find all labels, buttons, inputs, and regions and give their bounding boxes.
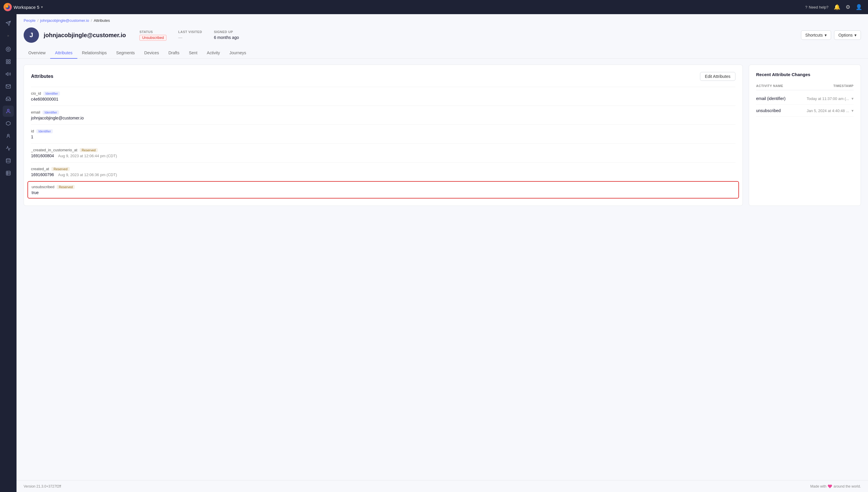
attr-value-id: 1 bbox=[31, 134, 735, 139]
tab-devices[interactable]: Devices bbox=[140, 48, 164, 59]
change-row-email: email (identifier) Today at 11:37:00 am … bbox=[756, 93, 853, 105]
breadcrumb-email[interactable]: johnjacobjingle@customer.io bbox=[40, 18, 89, 23]
attr-row-cio-id: cio_id Identifier c4e608000001 bbox=[31, 87, 735, 105]
notifications-icon[interactable]: 🔔 bbox=[834, 4, 840, 10]
attr-name-id: id bbox=[31, 129, 34, 133]
tab-overview[interactable]: Overview bbox=[24, 48, 50, 59]
svg-marker-7 bbox=[6, 73, 8, 76]
col-timestamp: TIMESTAMP bbox=[834, 84, 853, 88]
attr-badge-created-in-cio: Reserved bbox=[80, 148, 98, 152]
profile-email: johnjacobjingle@customer.io bbox=[44, 32, 126, 39]
attr-name-email: email bbox=[31, 110, 40, 115]
svg-point-1 bbox=[6, 47, 10, 52]
tab-sent[interactable]: Sent bbox=[184, 48, 202, 59]
last-visited-label: LAST VISITED bbox=[178, 30, 202, 34]
workspace-name: Workspace 5 bbox=[14, 5, 39, 10]
sidebar-item-activity[interactable] bbox=[3, 143, 14, 154]
footer-version: Version 21.3.0+3727f2ff bbox=[24, 484, 61, 489]
svg-rect-5 bbox=[6, 62, 8, 64]
tab-segments[interactable]: Segments bbox=[112, 48, 140, 59]
sidebar-item-send[interactable] bbox=[3, 18, 14, 29]
sidebar-item-objects[interactable] bbox=[3, 118, 14, 129]
tab-journeys[interactable]: Journeys bbox=[225, 48, 251, 59]
attr-name-created-in-cio: _created_in_customerio_at bbox=[31, 148, 77, 152]
signed-up-label: SIGNED UP bbox=[214, 30, 239, 34]
change-name-unsubscribed: unsubscribed bbox=[756, 108, 781, 113]
recent-changes-panel: Recent Attribute Changes ACTIVITY NAME T… bbox=[749, 65, 861, 206]
app-logo bbox=[3, 3, 12, 11]
sidebar-item-tables[interactable] bbox=[3, 168, 14, 179]
attr-name-created-at: created_at bbox=[31, 167, 49, 171]
attr-value-secondary-created-in-cio: Aug 9, 2023 at 12:06:44 pm (CDT) bbox=[58, 154, 117, 158]
topbar: Workspace 5 ▾ ? Need help? 🔔 ⚙ 👤 bbox=[0, 0, 868, 14]
status-badge: Unsubscribed bbox=[139, 35, 166, 41]
signed-up-value: 6 months ago bbox=[214, 35, 239, 40]
attributes-panel: Attributes Edit Attributes cio_id Identi… bbox=[24, 65, 743, 206]
sidebar-item-analytics[interactable] bbox=[3, 56, 14, 67]
change-expand-email-icon[interactable]: ▾ bbox=[851, 96, 853, 101]
change-time-unsubscribed: Jan 5, 2024 at 4:40:48 ... bbox=[806, 108, 849, 113]
sidebar-item-data[interactable] bbox=[3, 155, 14, 166]
options-caret-icon: ▾ bbox=[854, 33, 857, 38]
svg-point-8 bbox=[7, 109, 9, 111]
col-activity-name: ACTIVITY NAME bbox=[756, 84, 783, 88]
footer: Version 21.3.0+3727f2ff Made with around… bbox=[17, 480, 868, 492]
breadcrumb-sep-2: / bbox=[91, 18, 92, 23]
svg-point-0 bbox=[6, 5, 10, 9]
attr-badge-unsubscribed: Reserved bbox=[57, 185, 75, 189]
attr-value-secondary-created-at: Aug 9, 2023 at 12:06:36 pm (CDT) bbox=[58, 173, 117, 177]
user-account-icon[interactable]: 👤 bbox=[855, 4, 862, 10]
sidebar-item-people[interactable] bbox=[3, 105, 14, 117]
shortcuts-button[interactable]: Shortcuts ▾ bbox=[801, 30, 831, 40]
attr-name-unsubscribed: unsubscribed bbox=[31, 184, 54, 189]
svg-point-2 bbox=[7, 48, 9, 50]
avatar: J bbox=[24, 27, 39, 43]
svg-point-9 bbox=[7, 134, 9, 136]
options-button[interactable]: Options ▾ bbox=[834, 30, 861, 40]
tabs-bar: Overview Attributes Relationships Segmen… bbox=[17, 48, 868, 59]
status-label: STATUS bbox=[139, 30, 166, 34]
tab-relationships[interactable]: Relationships bbox=[77, 48, 112, 59]
tab-attributes[interactable]: Attributes bbox=[50, 48, 77, 59]
edit-attributes-button[interactable]: Edit Attributes bbox=[700, 72, 735, 81]
last-visited-meta: LAST VISITED — bbox=[178, 30, 202, 40]
sidebar-item-messages[interactable] bbox=[3, 81, 14, 92]
attr-row-id: id Identifier 1 bbox=[31, 124, 735, 143]
attr-value-created-at: 1691600796 Aug 9, 2023 at 12:06:36 pm (C… bbox=[31, 172, 735, 177]
attr-badge-id: Identifier bbox=[36, 129, 53, 133]
change-row-unsubscribed: unsubscribed Jan 5, 2024 at 4:40:48 ... … bbox=[756, 105, 853, 117]
attr-value-unsubscribed: true bbox=[31, 190, 735, 195]
attr-badge-created-at: Reserved bbox=[51, 167, 69, 171]
shortcuts-label: Shortcuts bbox=[805, 33, 823, 38]
recent-changes-title: Recent Attribute Changes bbox=[756, 72, 853, 77]
tab-drafts[interactable]: Drafts bbox=[164, 48, 184, 59]
attr-value-email: johnjacobjingle@customer.io bbox=[31, 116, 735, 120]
help-button[interactable]: ? Need help? bbox=[805, 5, 828, 9]
change-expand-unsubscribed-icon[interactable]: ▾ bbox=[851, 108, 853, 113]
attr-row-created-at: created_at Reserved 1691600796 Aug 9, 20… bbox=[31, 162, 735, 181]
settings-icon[interactable]: ⚙ bbox=[846, 4, 850, 10]
breadcrumb: People / johnjacobjingle@customer.io / A… bbox=[17, 14, 868, 23]
sidebar-item-campaigns[interactable] bbox=[3, 44, 14, 55]
tab-activity[interactable]: Activity bbox=[202, 48, 225, 59]
options-label: Options bbox=[839, 33, 853, 38]
attr-row-email: email Identifier johnjacobjingle@custome… bbox=[31, 105, 735, 124]
status-meta: STATUS Unsubscribed bbox=[139, 30, 166, 40]
svg-rect-3 bbox=[6, 59, 8, 61]
workspace-caret-icon[interactable]: ▾ bbox=[41, 5, 43, 9]
breadcrumb-current: Attributes bbox=[94, 18, 110, 23]
sidebar-item-broadcasts[interactable] bbox=[3, 69, 14, 80]
sidebar-expand-icon[interactable]: » bbox=[3, 30, 14, 41]
attr-value-cio-id: c4e608000001 bbox=[31, 97, 735, 101]
svg-rect-6 bbox=[8, 62, 10, 64]
attr-row-created-in-cio: _created_in_customerio_at Reserved 16916… bbox=[31, 143, 735, 162]
attr-badge-email: Identifier bbox=[43, 110, 59, 115]
signed-up-meta: SIGNED UP 6 months ago bbox=[214, 30, 239, 40]
sidebar-item-account[interactable] bbox=[3, 130, 14, 142]
breadcrumb-people[interactable]: People bbox=[24, 18, 36, 23]
change-name-email: email (identifier) bbox=[756, 96, 785, 101]
sidebar-item-inbox[interactable] bbox=[3, 93, 14, 104]
svg-rect-4 bbox=[8, 59, 10, 61]
profile-header: J johnjacobjingle@customer.io STATUS Uns… bbox=[17, 23, 868, 48]
attr-row-unsubscribed: unsubscribed Reserved true bbox=[27, 181, 739, 198]
